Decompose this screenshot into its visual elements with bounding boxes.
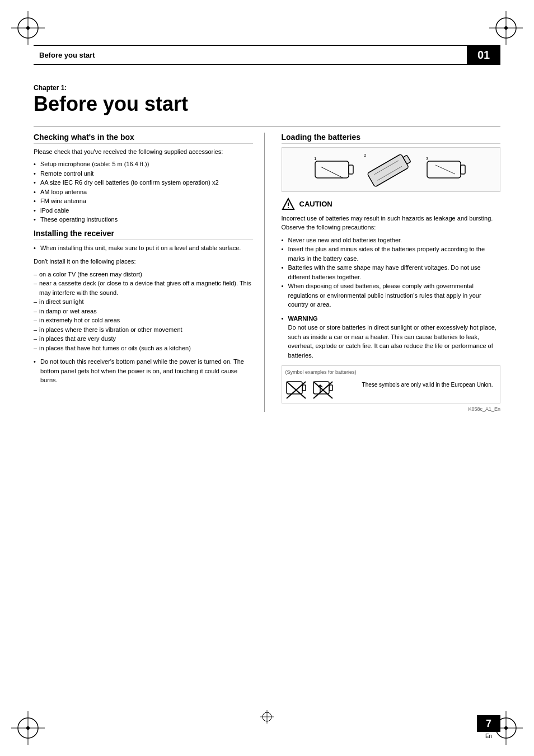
caution-intro: Incorrect use of batteries may result in… — [282, 214, 501, 232]
installing-bullet2-list: Do not touch this receiver's bottom pane… — [34, 357, 253, 385]
svg-rect-37 — [329, 385, 332, 391]
two-column-layout: Checking what's in the box Please check … — [34, 126, 500, 412]
list-item: When disposing of used batteries, please… — [282, 281, 501, 309]
list-item: FM wire antenna — [34, 196, 253, 206]
corner-decoration-tl — [11, 11, 45, 45]
battery-image-2: 2 — [363, 150, 419, 189]
caution-header: CAUTION — [282, 198, 501, 211]
loading-section-title: Loading the batteries — [282, 133, 501, 144]
battery-image-3: 3 — [424, 153, 469, 186]
list-item: in places where there is vibration or ot… — [34, 325, 253, 335]
bottom-reg-mark — [260, 710, 274, 725]
page-lang: En — [485, 733, 492, 739]
svg-line-18 — [321, 167, 343, 178]
svg-text:3: 3 — [426, 156, 429, 161]
battery-images: 1 2 3 — [282, 147, 501, 192]
checking-section-title: Checking what's in the box — [34, 133, 253, 144]
installing-intro2: Don't install it on the following places… — [34, 257, 253, 266]
chapter-title: Before you start — [34, 93, 500, 115]
symbol-box-content: (Symbol examples for batteries) — [285, 369, 357, 400]
header-bar: Before you start 01 — [34, 45, 500, 65]
list-item: Insert the plus and minus sides of the b… — [282, 245, 501, 263]
corner-decoration-bl — [11, 711, 45, 745]
installing-places-list: on a color TV (the screen may distort) n… — [34, 270, 253, 353]
installing-section-title: Installing the receiver — [34, 229, 253, 240]
checking-items-list: Setup microphone (cable: 5 m (16.4 ft.))… — [34, 159, 253, 224]
main-content: Chapter 1: Before you start Checking wha… — [34, 73, 500, 711]
warning-label: WARNING — [288, 315, 318, 322]
svg-text:1: 1 — [314, 156, 317, 161]
list-item: on a color TV (the screen may distort) — [34, 270, 253, 279]
svg-line-27 — [435, 165, 455, 174]
list-item: in places that are very dusty — [34, 334, 253, 344]
chapter-number-badge: 01 — [467, 45, 500, 65]
svg-rect-16 — [315, 161, 349, 178]
svg-point-3 — [26, 26, 30, 30]
corner-decoration-tr — [489, 11, 523, 45]
page-number: 7 — [477, 715, 500, 732]
battery-crossed-symbol-2 — [312, 377, 335, 400]
list-item: near a cassette deck (or close to a devi… — [34, 279, 253, 297]
svg-point-7 — [504, 26, 508, 30]
warning-list: WARNING Do not use or store batteries in… — [282, 314, 501, 360]
list-item: in places that have hot fumes or oils (s… — [34, 344, 253, 353]
svg-rect-26 — [461, 165, 465, 174]
svg-point-31 — [288, 207, 289, 208]
list-item: in extremely hot or cold areas — [34, 316, 253, 325]
checking-intro: Please check that you've received the fo… — [34, 147, 253, 157]
svg-point-11 — [26, 726, 30, 730]
list-item: WARNING Do not use or store batteries in… — [282, 314, 501, 360]
list-item: Do not touch this receiver's bottom pane… — [34, 357, 253, 385]
caution-icon — [282, 198, 295, 211]
symbol-box-label: (Symbol examples for batteries) — [285, 369, 357, 375]
svg-rect-17 — [349, 165, 353, 174]
page-number-area: 7 En — [477, 715, 500, 739]
svg-point-15 — [504, 726, 508, 730]
list-item: iPod cable — [34, 206, 253, 215]
svg-rect-25 — [427, 161, 461, 178]
list-item: Setup microphone (cable: 5 m (16.4 ft.)) — [34, 159, 253, 169]
caution-items-list: Never use new and old batteries together… — [282, 236, 501, 309]
battery-image-1: 1 — [312, 153, 357, 186]
list-item: in direct sunlight — [34, 297, 253, 307]
symbol-icons — [285, 377, 357, 400]
list-item: When installing this unit, make sure to … — [34, 243, 253, 253]
svg-rect-20 — [367, 154, 409, 187]
left-column: Checking what's in the box Please check … — [34, 133, 265, 412]
caution-label: CAUTION — [299, 200, 332, 208]
list-item: These operating instructions — [34, 215, 253, 224]
svg-text:2: 2 — [364, 153, 367, 158]
chapter-label: Chapter 1: — [34, 84, 500, 92]
warning-text: Do not use or store batteries in direct … — [288, 324, 496, 359]
list-item: Remote control unit — [34, 169, 253, 179]
list-item: Never use new and old batteries together… — [282, 236, 501, 245]
list-item: Batteries with the same shape may have d… — [282, 263, 501, 281]
k-label: K058c_A1_En — [282, 406, 501, 412]
list-item: AA size IEC R6 dry cell batteries (to co… — [34, 178, 253, 187]
header-title: Before you start — [34, 51, 95, 59]
symbol-text: These symbols are only valid in the Euro… — [362, 382, 496, 388]
battery-crossed-symbol-1 — [285, 377, 308, 400]
list-item: in damp or wet areas — [34, 307, 253, 316]
installing-bullet1-list: When installing this unit, make sure to … — [34, 243, 253, 253]
list-item: AM loop antenna — [34, 187, 253, 197]
svg-rect-33 — [302, 385, 306, 391]
symbol-box: (Symbol examples for batteries) — [282, 365, 501, 403]
right-column: Loading the batteries 1 — [282, 133, 501, 412]
